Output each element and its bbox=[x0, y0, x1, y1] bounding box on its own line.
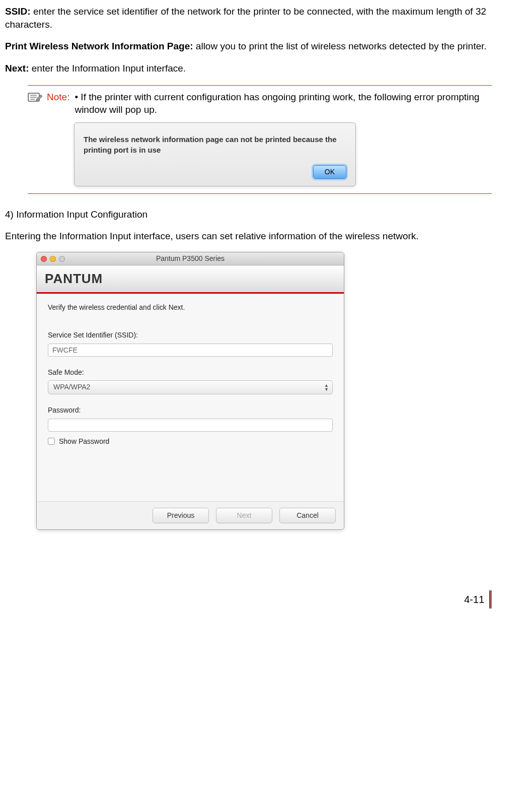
previous-button[interactable]: Previous bbox=[153, 508, 209, 523]
page-number: 4-11 bbox=[464, 593, 484, 606]
ssid-label-bold: SSID: bbox=[5, 6, 31, 17]
wizard-button-row: Previous Next Cancel bbox=[37, 501, 344, 529]
print-info-paragraph: Print Wireless Network Information Page:… bbox=[5, 40, 492, 53]
show-password-label: Show Password bbox=[59, 437, 109, 446]
window-titlebar: Pantum P3500 Series bbox=[37, 252, 344, 265]
error-dialog-message: The wireless network information page ca… bbox=[84, 134, 346, 155]
ssid-input[interactable] bbox=[48, 344, 333, 357]
note-block: Note: • If the printer with current conf… bbox=[28, 85, 492, 194]
ssid-field-label: Service Set Identifier (SSID): bbox=[48, 330, 333, 340]
safe-mode-label: Safe Mode: bbox=[48, 368, 333, 377]
note-label: Note: bbox=[44, 91, 75, 104]
zoom-icon[interactable] bbox=[59, 256, 65, 262]
note-icon bbox=[28, 92, 44, 107]
note-text: • If the printer with current configurat… bbox=[75, 91, 492, 116]
ok-button[interactable]: OK bbox=[313, 165, 346, 179]
footer-bar-decoration bbox=[489, 590, 492, 608]
next-button[interactable]: Next bbox=[216, 508, 272, 523]
pantum-logo-band: PANTUM bbox=[37, 265, 344, 294]
section-4-heading: 4) Information Input Configuration bbox=[5, 208, 492, 221]
show-password-checkbox[interactable] bbox=[48, 438, 55, 445]
password-input[interactable] bbox=[48, 419, 333, 432]
ssid-text: enter the service set identifier of the … bbox=[5, 6, 486, 30]
section-4-paragraph: Entering the Information Input interface… bbox=[5, 230, 492, 243]
chevron-updown-icon: ▲▼ bbox=[324, 383, 329, 391]
next-text: enter the Information Input interface. bbox=[29, 63, 186, 74]
next-paragraph: Next: enter the Information Input interf… bbox=[5, 62, 492, 75]
error-dialog: The wireless network information page ca… bbox=[74, 122, 356, 186]
minimize-icon[interactable] bbox=[50, 256, 56, 262]
safe-mode-select[interactable]: WPA/WPA2 ▲▼ bbox=[48, 380, 333, 394]
safe-mode-value: WPA/WPA2 bbox=[48, 380, 333, 394]
pantum-setup-window: Pantum P3500 Series PANTUM Verify the wi… bbox=[36, 252, 344, 530]
next-label-bold: Next: bbox=[5, 63, 29, 74]
window-title: Pantum P3500 Series bbox=[37, 254, 344, 263]
print-info-label-bold: Print Wireless Network Information Page: bbox=[5, 41, 193, 51]
cancel-button[interactable]: Cancel bbox=[279, 508, 336, 523]
password-label: Password: bbox=[48, 405, 333, 415]
instruction-text: Verify the wireless credential and click… bbox=[48, 303, 333, 312]
pantum-logo: PANTUM bbox=[45, 270, 103, 288]
ssid-paragraph: SSID: enter the service set identifier o… bbox=[5, 5, 492, 31]
close-icon[interactable] bbox=[41, 256, 47, 262]
page-footer: 4-11 bbox=[5, 590, 492, 608]
print-info-text: allow you to print the list of wireless … bbox=[193, 41, 487, 51]
